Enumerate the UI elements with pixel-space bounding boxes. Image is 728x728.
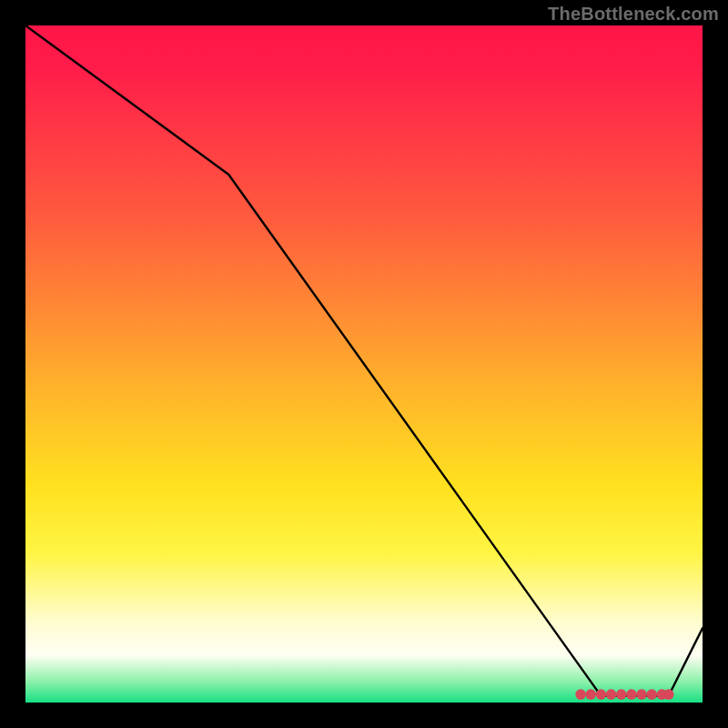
- chart-svg-layer: [25, 25, 703, 703]
- marker-dot: [575, 689, 586, 700]
- marker-dot: [646, 689, 657, 700]
- marker-dot: [606, 689, 617, 700]
- marker-dot: [596, 689, 607, 700]
- marker-dot: [616, 689, 627, 700]
- attribution-text: TheBottleneck.com: [548, 4, 719, 25]
- marker-dot: [663, 689, 674, 700]
- chart-root: TheBottleneck.com: [0, 0, 728, 728]
- data-curve: [25, 25, 703, 696]
- marker-dot: [626, 689, 637, 700]
- marker-cluster: [575, 689, 673, 700]
- plot-area: [25, 25, 703, 703]
- marker-dot: [636, 689, 647, 700]
- marker-dot: [585, 689, 596, 700]
